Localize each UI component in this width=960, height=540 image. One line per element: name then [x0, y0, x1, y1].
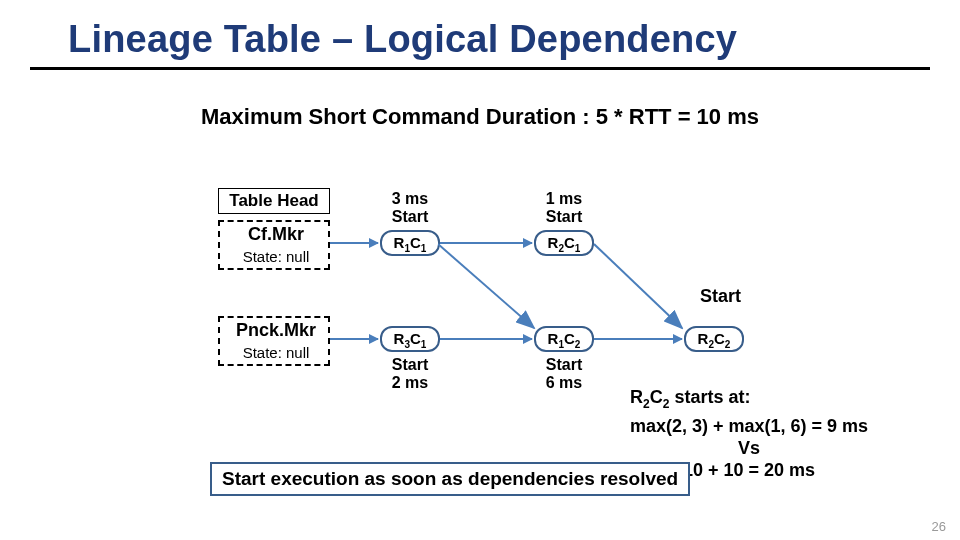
page-number: 26	[932, 519, 946, 534]
calc-line3: Vs	[630, 437, 868, 459]
source-cfmkr: Cf.Mkr State: null	[218, 220, 330, 270]
label-start-right: Start	[700, 286, 741, 307]
calc-line1: R2C2 starts at:	[630, 386, 868, 415]
arrow-pn-r3c1	[330, 338, 378, 340]
source-cfmkr-label: Cf.Mkr	[220, 224, 332, 245]
arrow-r1c2-r2c2	[594, 338, 682, 340]
calc-line2: max(2, 3) + max(1, 6) = 9 ms	[630, 415, 868, 437]
table-head-box: Table Head	[218, 188, 330, 214]
svg-line-1	[438, 244, 534, 328]
slide-title: Lineage Table – Logical Dependency	[30, 0, 930, 70]
node-r3c1: R3C1	[380, 326, 440, 352]
ann-r2c1-top: 1 msStart	[534, 190, 594, 226]
subtitle: Maximum Short Command Duration : 5 * RTT…	[0, 104, 960, 130]
footnote-box: Start execution as soon as dependencies …	[210, 462, 690, 496]
source-pnckmkr-state: State: null	[220, 344, 332, 361]
arrow-cf-r1c1	[330, 242, 378, 244]
arrow-r1c1-r1c2	[438, 240, 548, 340]
ann-r1c2-bot: Start6 ms	[534, 356, 594, 392]
source-cfmkr-state: State: null	[220, 248, 332, 265]
diagram: Table Head Cf.Mkr State: null Pnck.Mkr S…	[0, 170, 960, 520]
svg-line-0	[594, 244, 682, 328]
ann-r1c1-top: 3 msStart	[380, 190, 440, 226]
ann-r3c1-bot: Start2 ms	[380, 356, 440, 392]
arrow-r2c1-r2c2	[594, 240, 694, 340]
node-r2c2: R2C2	[684, 326, 744, 352]
source-pnckmkr: Pnck.Mkr State: null	[218, 316, 330, 366]
source-pnckmkr-label: Pnck.Mkr	[220, 320, 332, 341]
node-r1c1: R1C1	[380, 230, 440, 256]
